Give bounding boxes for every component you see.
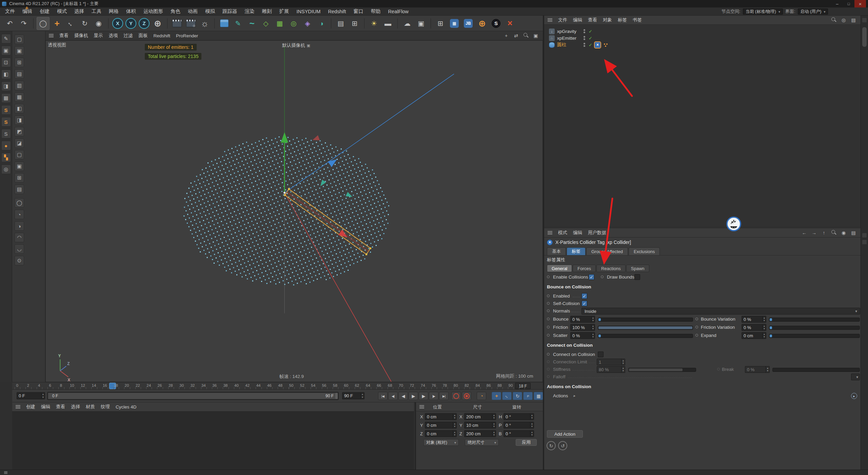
edge-icon[interactable] <box>862 233 867 238</box>
scatter-slider[interactable] <box>598 334 693 338</box>
convert-editable-icon[interactable]: ✎ <box>1 34 11 43</box>
friction-variation-slider[interactable] <box>769 326 860 330</box>
anim-dot-icon[interactable] <box>547 326 550 328</box>
burger-icon[interactable] <box>548 18 552 22</box>
view-toggle-icon[interactable]: ▣ <box>532 32 539 39</box>
play-button[interactable]: ▶ <box>409 392 418 400</box>
am-menu-userdata[interactable]: 用户数据 <box>588 230 606 236</box>
size-mode-dropdown[interactable]: 绝对尺寸 <box>465 439 499 446</box>
panel-menu-icon[interactable]: ▤ <box>850 16 857 24</box>
draw-bounds-checkbox[interactable] <box>634 274 640 280</box>
view-dolly-icon[interactable]: ⇄ <box>512 32 520 39</box>
anim-dot-icon[interactable] <box>601 276 604 278</box>
om-menu-objects[interactable]: 对象 <box>603 17 612 23</box>
camera-name-label[interactable]: 默认摄像机▣ <box>282 42 310 49</box>
object-manager[interactable] <box>544 25 861 227</box>
range-start-field[interactable]: 0 F <box>17 392 45 399</box>
menu-character[interactable]: 角色 <box>167 7 184 15</box>
friction-slider[interactable] <box>598 326 693 330</box>
bounce-variation-slider[interactable] <box>769 318 860 322</box>
tab-tag[interactable]: 标签 <box>567 247 586 255</box>
menu-insydium[interactable]: INSYDIUM <box>293 8 324 15</box>
friction-field[interactable]: 100 % <box>570 324 595 331</box>
menu-tracker[interactable]: 跟踪器 <box>219 7 241 15</box>
scale-handle-cone[interactable] <box>318 179 326 188</box>
keyframe-selection-button[interactable] <box>462 392 471 400</box>
menu-mograph[interactable]: 运动图形 <box>140 7 167 15</box>
cloner-icon[interactable]: ⊞ <box>348 17 361 30</box>
mat-menu-texture[interactable]: 纹理 <box>101 404 110 410</box>
current-frame-box[interactable]: 18 F <box>515 383 531 389</box>
maximize-button[interactable] <box>843 0 854 7</box>
goto-end-button[interactable]: ▶| <box>439 392 449 400</box>
vp-menu-panel[interactable]: 面板 <box>139 33 148 39</box>
key-parameter-toggle[interactable]: P <box>523 392 533 400</box>
vp-menu-display[interactable]: 显示 <box>94 33 103 39</box>
edges-mode-icon[interactable]: ◧ <box>1 70 11 79</box>
burger-icon[interactable] <box>4 471 7 474</box>
bounce-variation-field[interactable]: 0 % <box>742 316 766 323</box>
coord-mode-dropdown[interactable]: 对象 (相对) <box>423 439 459 446</box>
x-axis-lock-icon[interactable]: X <box>112 18 123 29</box>
next-frame-button[interactable]: ▶ <box>419 392 428 400</box>
y-axis-lock-icon[interactable]: Y <box>125 18 136 29</box>
texture-mode-icon[interactable]: ▦ <box>1 93 11 103</box>
palette-icon[interactable]: ◔ <box>15 210 24 219</box>
tracker-icon[interactable]: ▤ <box>334 17 347 30</box>
expand-field[interactable]: 0 cm <box>742 332 766 339</box>
scatter-field[interactable]: 0 % <box>570 332 595 339</box>
friction-variation-field[interactable]: 0 % <box>742 324 766 331</box>
om-menu-edit[interactable]: 编辑 <box>573 17 582 23</box>
scrollbar-thumb[interactable] <box>862 27 867 47</box>
anim-dot-icon[interactable] <box>547 309 550 312</box>
node-space-dropdown[interactable]: 当前 (标准/物理) <box>743 8 783 15</box>
tab-groups-affected[interactable]: Groups Affected <box>586 247 628 255</box>
points-mode-icon[interactable]: ⊡ <box>1 58 11 67</box>
render-view-icon[interactable] <box>171 17 183 30</box>
menu-mode[interactable]: 模式 <box>53 7 71 15</box>
menu-select[interactable]: 选择 <box>71 7 88 15</box>
stage-icon[interactable]: ▣ <box>415 17 428 30</box>
am-menu-mode[interactable]: 模式 <box>558 230 567 236</box>
mat-menu-material[interactable]: 材质 <box>86 404 95 410</box>
history-forward-icon[interactable]: → <box>810 229 818 236</box>
vp-menu-prorender[interactable]: ProRender <box>176 33 198 38</box>
emitter-handle[interactable] <box>366 253 367 255</box>
menu-help[interactable]: 帮助 <box>367 7 384 15</box>
reset-icon[interactable] <box>558 441 567 450</box>
polygons-mode-icon[interactable]: ◨ <box>1 81 11 91</box>
parent-icon[interactable]: ↑ <box>820 229 828 236</box>
om-menu-tags[interactable]: 标签 <box>618 17 627 23</box>
sphere-shelf-icon[interactable]: ● <box>1 141 11 150</box>
jb-plugin-icon[interactable]: JB <box>462 17 475 30</box>
render-picture-viewer-icon[interactable] <box>184 17 197 30</box>
rotation-handle-cone[interactable] <box>312 135 320 143</box>
palette-icon[interactable]: ▤ <box>15 69 24 79</box>
menu-window[interactable]: 窗口 <box>350 7 367 15</box>
expand-caret-icon[interactable] <box>573 394 575 398</box>
palette-icon[interactable]: ⊞ <box>15 58 24 67</box>
z-axis-handle-cone[interactable] <box>328 156 339 167</box>
palette-icon[interactable]: ◡ <box>15 244 24 254</box>
palette-icon[interactable]: ◠ <box>15 233 24 242</box>
actions-menu-icon[interactable]: ▸ <box>851 393 857 399</box>
y-axis-handle-cone[interactable] <box>281 132 288 142</box>
palette-icon[interactable]: ⊙ <box>15 256 24 265</box>
visibility-dots[interactable] <box>584 36 585 40</box>
timeline-ruler[interactable]: 18 F 02468101214161820222426283032343638… <box>12 382 543 390</box>
range-end-field[interactable]: 90 F <box>342 392 364 399</box>
menu-simulate[interactable]: 模拟 <box>201 7 219 15</box>
vp-menu-options[interactable]: 选项 <box>109 33 118 39</box>
viewport-canvas[interactable]: Y X Z 透视视图 默认摄像机▣ Number of emitters: 1 … <box>45 40 543 382</box>
search-icon[interactable] <box>830 16 837 24</box>
mograph-icon[interactable]: ◇ <box>259 17 272 30</box>
palette-icon[interactable]: ◨ <box>15 115 24 125</box>
autokey-button[interactable]: ◔ <box>477 392 486 400</box>
light-icon[interactable]: ☀ <box>368 17 380 30</box>
array-icon[interactable]: ⊞ <box>434 17 447 30</box>
fields-icon[interactable]: ◎ <box>287 17 300 30</box>
palette-icon[interactable]: ▢ <box>15 35 24 44</box>
mat-menu-create[interactable]: 创建 <box>26 404 35 410</box>
mat-menu-select[interactable]: 选择 <box>71 404 80 410</box>
size-y-field[interactable]: 10 cm <box>464 422 496 429</box>
